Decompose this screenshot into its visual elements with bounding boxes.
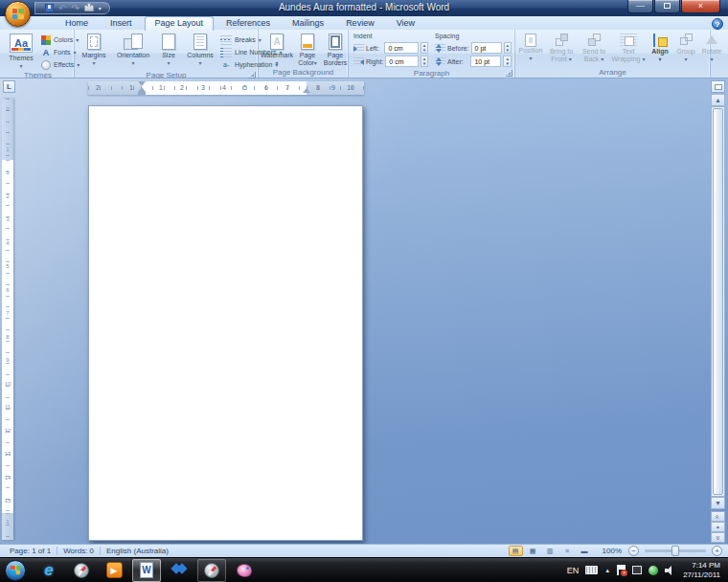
paint-palette-icon <box>237 564 252 577</box>
line-numbers-icon <box>220 48 232 57</box>
spacing-section: Spacing Before: 0 pt ▴▾ After: 10 pt ▴▾ <box>432 32 514 68</box>
language-indicator[interactable]: EN <box>567 566 580 575</box>
page-color-icon <box>301 34 314 50</box>
themes-icon: Aa <box>10 34 33 53</box>
page-color-button[interactable]: Page Color▾ <box>294 32 321 67</box>
tab-references[interactable]: References <box>216 17 280 30</box>
indent-left-label: Left: <box>366 45 382 52</box>
document-page[interactable] <box>88 105 363 541</box>
margins-button[interactable]: Margins▾ <box>77 32 111 70</box>
taskbar-browser-compass-running[interactable] <box>197 559 226 582</box>
tab-home[interactable]: Home <box>56 17 98 30</box>
watermark-button[interactable]: Watermark▾ <box>261 32 293 67</box>
spacing-after-spinner[interactable]: ▴▾ <box>503 56 512 67</box>
position-button[interactable]: Position▾ <box>517 32 544 67</box>
language-status[interactable]: English (Australia) <box>102 547 172 555</box>
page-borders-button[interactable]: Page Borders <box>322 32 349 67</box>
rotate-icon <box>703 34 720 47</box>
scroll-down-button[interactable]: ▼ <box>711 497 725 509</box>
scroll-up-button[interactable]: ▲ <box>711 94 725 106</box>
size-button[interactable]: Size▾ <box>155 32 182 70</box>
full-screen-reading-view-button[interactable]: ▦ <box>526 546 540 556</box>
paragraph-dialog-launcher[interactable] <box>506 70 512 77</box>
page-count-status[interactable]: Page: 1 of 1 <box>6 547 55 555</box>
double-chevron-down-icon: » <box>713 536 722 540</box>
indent-right-spinner[interactable]: ▴▾ <box>421 56 428 67</box>
web-layout-view-button[interactable]: ▥ <box>543 546 557 556</box>
taskbar-browser-compass[interactable] <box>67 559 96 582</box>
volume-icon[interactable] <box>665 566 676 575</box>
taskbar-word-active[interactable]: W <box>132 559 161 582</box>
send-to-back-button[interactable]: Send to Back ▾ <box>579 32 609 67</box>
scrollbar-thumb[interactable] <box>713 108 723 495</box>
spacing-before-spinner[interactable]: ▴▾ <box>504 42 512 54</box>
orientation-button[interactable]: Orientation▾ <box>112 32 154 70</box>
word-count-status[interactable]: Words: 0 <box>59 547 98 555</box>
text-wrapping-button[interactable]: Text Wrapping ▾ <box>610 32 647 67</box>
ribbon-tab-row: Home Insert Page Layout References Maili… <box>0 16 728 30</box>
first-line-indent-marker[interactable] <box>138 81 146 86</box>
undo-icon[interactable]: ↶ <box>58 4 66 12</box>
taskbar-dropbox[interactable] <box>165 559 193 582</box>
scrollbar-track[interactable] <box>711 106 725 497</box>
start-button[interactable] <box>5 560 26 581</box>
tab-stop-selector[interactable]: L <box>3 80 15 93</box>
align-button[interactable]: Align▾ <box>648 32 672 67</box>
zoom-level-label[interactable]: 100% <box>603 547 622 555</box>
customize-qat-dropdown-icon[interactable]: ▾ <box>99 5 102 11</box>
ruler-toggle-button[interactable] <box>711 80 725 93</box>
help-button[interactable]: ? <box>712 18 723 30</box>
tab-page-layout[interactable]: Page Layout <box>145 16 215 31</box>
zoom-slider-track[interactable] <box>645 549 706 552</box>
rotate-button[interactable]: Rotate▾ <box>699 32 724 67</box>
themes-button[interactable]: Aa Themes▾ <box>4 32 38 70</box>
tab-review[interactable]: Review <box>336 17 384 30</box>
tab-insert[interactable]: Insert <box>101 17 142 30</box>
previous-page-button[interactable]: » <box>711 511 725 522</box>
redo-icon[interactable]: ↷ <box>71 4 79 12</box>
indent-left-spinner[interactable]: ▴▾ <box>421 42 428 54</box>
print-layout-view-button[interactable]: ▤ <box>509 546 523 556</box>
show-hidden-icons-button[interactable]: ▲ <box>604 568 610 573</box>
spacing-after-input[interactable]: 10 pt <box>470 56 501 67</box>
bring-to-front-button[interactable]: Bring to Front ▾ <box>545 32 578 67</box>
maximize-button[interactable] <box>654 0 680 13</box>
minimize-button[interactable]: — <box>627 0 653 13</box>
zoom-slider-thumb[interactable] <box>671 546 679 556</box>
close-button[interactable]: × <box>681 0 720 13</box>
taskbar-media-player[interactable]: ▶ <box>100 559 128 582</box>
keyboard-icon[interactable] <box>585 566 598 574</box>
window-tray-icon[interactable] <box>632 566 642 574</box>
zoom-in-button[interactable]: + <box>712 546 722 556</box>
dropdown-arrow-icon: ▾ <box>569 56 572 62</box>
ruler-number: 1 <box>6 519 9 525</box>
taskbar-internet-explorer[interactable]: e <box>34 559 63 582</box>
left-indent-marker[interactable] <box>138 92 146 95</box>
draft-view-button[interactable]: ▬ <box>578 546 592 556</box>
page-setup-dialog-launcher[interactable] <box>249 72 256 78</box>
action-center-flag-icon[interactable]: × <box>617 565 626 575</box>
columns-button[interactable]: Columns▾ <box>183 32 217 70</box>
outline-view-button[interactable]: ≡ <box>560 546 575 556</box>
zoom-out-button[interactable]: − <box>628 546 639 556</box>
save-icon[interactable] <box>45 4 54 12</box>
print-icon[interactable] <box>84 5 94 11</box>
columns-icon <box>193 34 207 50</box>
spacing-before-input[interactable]: 0 pt <box>471 42 502 54</box>
group-button[interactable]: Group▾ <box>673 32 698 67</box>
next-page-button[interactable]: » <box>711 532 725 543</box>
select-browse-object-button[interactable]: • <box>711 522 725 532</box>
right-indent-marker[interactable] <box>303 88 310 93</box>
taskbar-paint[interactable] <box>230 559 259 582</box>
indent-right-input[interactable]: 0 cm <box>385 56 419 67</box>
ruler-number: 6 <box>264 81 268 95</box>
indent-left-input[interactable]: 0 cm <box>384 42 418 54</box>
dropdown-arrow-icon: ▾ <box>601 56 603 62</box>
dropdown-arrow-icon: ▾ <box>92 60 95 66</box>
tab-view[interactable]: View <box>387 17 424 30</box>
tab-mailings[interactable]: Mailings <box>283 17 333 30</box>
sync-tray-icon[interactable] <box>648 566 658 575</box>
office-button[interactable] <box>5 1 31 27</box>
vruler-bottom-margin: 1 <box>2 513 13 540</box>
clock[interactable]: 7:14 PM 27/11/2011 <box>683 561 720 580</box>
